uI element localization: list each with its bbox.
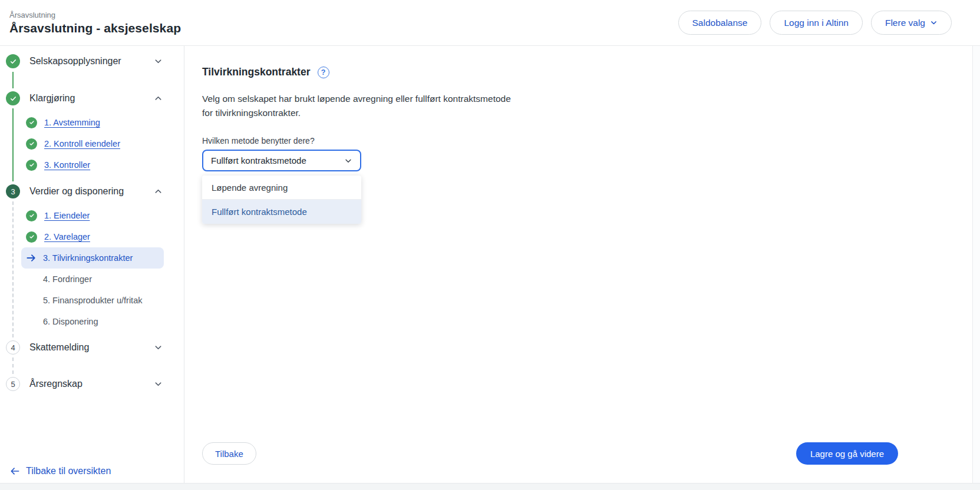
save-and-continue-button[interactable]: Lagre og gå videre bbox=[796, 442, 898, 465]
option-fullfort-kontraktsmetode[interactable]: Fullført kontraktsmetode bbox=[202, 200, 361, 224]
sidebar-item-label: 3. Kontroller bbox=[44, 160, 90, 170]
sidebar-section-label: Selskapsopplysninger bbox=[29, 56, 121, 67]
sidebar-item-finansprodukter[interactable]: 5. Finansprodukter u/fritak bbox=[43, 293, 142, 307]
connector-line bbox=[12, 72, 14, 88]
help-icon[interactable]: ? bbox=[318, 67, 329, 78]
check-circle-icon bbox=[26, 231, 37, 243]
sidebar-item-eiendeler[interactable]: 1. Eiendeler bbox=[26, 208, 90, 223]
header-actions: Saldobalanse Logg inn i Altinn Flere val… bbox=[678, 11, 952, 35]
method-select-wrap: Fullført kontraktsmetode Løpende avregni… bbox=[202, 150, 361, 171]
check-circle-icon bbox=[26, 117, 37, 128]
sidebar-section-selskapsopplysninger[interactable]: Selskapsopplysninger bbox=[0, 54, 184, 68]
arrow-left-icon bbox=[9, 466, 20, 476]
more-options-button-label: Flere valg bbox=[885, 18, 925, 28]
chevron-up-icon bbox=[154, 94, 163, 103]
content-title: Tilvirkningskontrakter bbox=[202, 66, 311, 78]
sidebar-item-varelager[interactable]: 2. Varelager bbox=[26, 230, 90, 244]
check-circle-icon bbox=[6, 54, 20, 68]
chevron-down-icon bbox=[930, 19, 938, 27]
option-lopende-avregning[interactable]: Løpende avregning bbox=[202, 176, 361, 200]
vertical-scrollbar[interactable] bbox=[972, 46, 980, 483]
saldobalanse-button[interactable]: Saldobalanse bbox=[678, 11, 762, 35]
chevron-down-icon bbox=[344, 157, 352, 165]
select-field-label: Hvilken metode benytter dere? bbox=[202, 136, 980, 145]
check-circle-icon bbox=[26, 210, 37, 221]
sidebar-item-label: 5. Finansprodukter u/fritak bbox=[43, 296, 142, 305]
chevron-up-icon bbox=[154, 187, 163, 196]
chevron-down-icon bbox=[154, 380, 163, 389]
connector-line bbox=[12, 357, 14, 374]
body-wrap: Selskapsopplysninger Klargjøring 1. Avst… bbox=[0, 46, 980, 490]
back-to-overview-link[interactable]: Tilbake til oversikten bbox=[9, 464, 111, 478]
sidebar-item-label: 1. Eiendeler bbox=[44, 211, 90, 220]
arrow-right-icon bbox=[26, 253, 37, 263]
check-circle-icon bbox=[26, 138, 37, 150]
sidebar-section-label: Årsregnskap bbox=[29, 379, 83, 389]
page-title: Årsavslutning - aksjeselskap bbox=[9, 21, 181, 35]
sidebar-item-tilvirkningskontrakter-active[interactable]: 3. Tilvirkningskontrakter bbox=[21, 247, 164, 269]
sidebar-section-klargjoring[interactable]: Klargjøring bbox=[0, 91, 184, 105]
saldobalanse-button-label: Saldobalanse bbox=[692, 18, 748, 28]
check-circle-icon bbox=[26, 160, 37, 171]
sidebar-item-label: 4. Fordringer bbox=[43, 274, 92, 284]
sidebar-item-fordringer[interactable]: 4. Fordringer bbox=[43, 272, 92, 286]
sidebar-item-avstemming[interactable]: 1. Avstemming bbox=[26, 115, 100, 130]
sidebar-item-label: 2. Varelager bbox=[44, 232, 90, 241]
altinn-login-button[interactable]: Logg inn i Altinn bbox=[770, 11, 862, 35]
app-header: Årsavslutning Årsavslutning - aksjeselsk… bbox=[0, 0, 980, 46]
main-content: Tilvirkningskontrakter ? Velg om selskap… bbox=[184, 46, 980, 490]
horizontal-scrollbar[interactable] bbox=[0, 483, 980, 490]
sidebar-section-skattemelding[interactable]: 4 Skattemelding bbox=[0, 340, 184, 355]
altinn-login-button-label: Logg inn i Altinn bbox=[784, 18, 848, 28]
sidebar-item-kontroll-eiendeler[interactable]: 2. Kontroll eiendeler bbox=[26, 137, 120, 151]
more-options-button[interactable]: Flere valg bbox=[871, 11, 952, 35]
description-text: Velg om selskapet har brukt løpende avre… bbox=[202, 92, 520, 120]
step-number-badge: 3 bbox=[6, 184, 20, 198]
method-select[interactable]: Fullført kontraktsmetode bbox=[202, 150, 361, 171]
sidebar-section-label: Skattemelding bbox=[29, 342, 89, 353]
check-circle-icon bbox=[6, 91, 20, 105]
step-number-badge: 4 bbox=[6, 340, 20, 355]
sidebar-item-kontroller[interactable]: 3. Kontroller bbox=[26, 158, 90, 172]
method-select-value: Fullført kontraktsmetode bbox=[211, 155, 306, 165]
breadcrumb: Årsavslutning bbox=[9, 11, 181, 19]
footer-actions: Tilbake Lagre og gå videre bbox=[202, 442, 898, 465]
chevron-down-icon bbox=[154, 57, 163, 66]
connector-line bbox=[12, 201, 14, 337]
sidebar-item-label: 2. Kontroll eiendeler bbox=[44, 139, 120, 148]
connector-line bbox=[12, 108, 14, 181]
sidebar-item-label: 3. Tilvirkningskontrakter bbox=[43, 253, 133, 263]
sidebar-section-label: Klargjøring bbox=[29, 93, 75, 104]
sidebar-section-arsregnskap[interactable]: 5 Årsregnskap bbox=[0, 377, 184, 391]
sidebar-item-label: 1. Avstemming bbox=[44, 118, 100, 127]
back-button[interactable]: Tilbake bbox=[202, 442, 256, 465]
back-to-overview-label: Tilbake til oversikten bbox=[26, 466, 111, 476]
sidebar-section-label: Verdier og disponering bbox=[29, 186, 124, 197]
step-number-badge: 5 bbox=[6, 377, 20, 391]
header-titles: Årsavslutning Årsavslutning - aksjeselsk… bbox=[9, 11, 181, 35]
sidebar-section-verdier-og-disponering[interactable]: 3 Verdier og disponering bbox=[0, 184, 184, 198]
sidebar-stepper: Selskapsopplysninger Klargjøring 1. Avst… bbox=[0, 46, 184, 490]
method-select-menu: Løpende avregning Fullført kontraktsmeto… bbox=[202, 176, 361, 224]
chevron-down-icon bbox=[154, 343, 163, 352]
sidebar-item-disponering[interactable]: 6. Disponering bbox=[43, 314, 98, 329]
sidebar-item-label: 6. Disponering bbox=[43, 317, 98, 326]
